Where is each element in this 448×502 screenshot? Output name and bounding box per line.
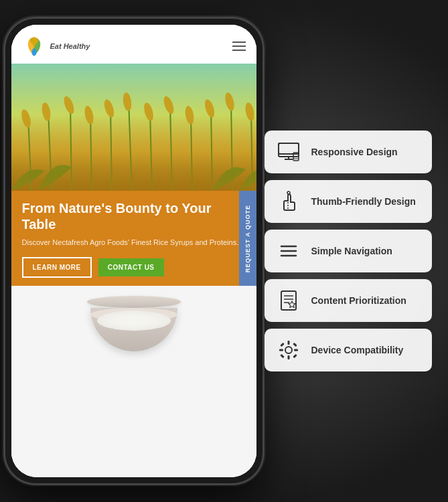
svg-rect-43 [287,341,289,345]
feature-card-responsive: Responsive Design [265,131,432,173]
feature-label-navigation: Simple Navigation [311,246,392,256]
svg-line-2 [28,117,31,191]
learn-more-button[interactable]: LEARN MORE [22,257,92,278]
logo-text: Eat Healthy [50,42,90,50]
svg-rect-44 [287,355,289,359]
scene: Eat Healthy [3,3,445,499]
svg-line-11 [211,107,212,191]
monitor-icon [275,139,302,165]
feature-label-responsive: Responsive Design [311,147,398,157]
content-icon [275,287,302,314]
svg-line-4 [70,104,72,191]
feature-card-thumb: Thumb-Friendly Design [265,180,432,223]
menu-icon [275,238,302,264]
content-section: From Nature's Bounty to Your Table Disco… [11,191,256,286]
hamburger-button[interactable] [232,41,246,51]
feature-card-device: Device Compatibility [265,329,432,371]
svg-line-7 [129,100,132,191]
request-quote-tab[interactable]: REQUEST A QUOTE [239,191,256,286]
svg-line-12 [231,100,232,191]
contact-us-button[interactable]: CONTACT US [98,258,164,276]
svg-line-9 [170,104,172,191]
svg-rect-48 [293,343,297,347]
phone-device: Eat Healthy [3,17,265,485]
device-icon [275,337,302,363]
vertical-tab-label: REQUEST A QUOTE [244,205,251,272]
svg-point-42 [285,347,292,353]
bowl-shape [90,308,177,351]
bowl-content [97,311,171,331]
svg-rect-49 [280,354,284,358]
svg-line-5 [90,114,92,191]
hero-title: From Nature's Bounty to Your Table [22,200,246,232]
feature-label-thumb: Thumb-Friendly Design [311,196,416,207]
hero-subtitle: Discover Nectafresh Agro Foods' Finest R… [22,238,246,248]
svg-line-8 [150,110,152,191]
feature-card-navigation: Simple Navigation [265,230,432,272]
hero-image [11,64,256,191]
svg-rect-47 [280,343,284,347]
logo-icon [22,34,46,58]
feature-label-device: Device Compatibility [311,345,404,355]
svg-line-3 [48,110,52,191]
bowl-rim [87,296,181,308]
svg-point-34 [287,191,290,194]
logo-area: Eat Healthy [22,34,90,58]
svg-rect-46 [294,349,298,351]
thumb-icon [275,188,302,215]
feature-card-content: Content Prioritization [265,279,432,322]
svg-line-10 [191,114,192,191]
svg-rect-50 [293,354,297,358]
white-section [11,286,256,477]
svg-line-13 [251,110,252,191]
rice-field-svg [11,64,256,191]
bowl-visual [90,299,177,359]
phone-screen: Eat Healthy [11,25,256,477]
features-panel: Responsive Design Thumb-Friendly Design [265,131,432,371]
svg-rect-45 [279,349,283,351]
app-screen: Eat Healthy [11,25,256,477]
svg-rect-1 [11,64,256,191]
app-header: Eat Healthy [11,25,256,64]
feature-label-content: Content Prioritization [311,295,406,306]
cta-buttons: LEARN MORE CONTACT US [22,257,246,278]
svg-line-6 [110,107,112,191]
